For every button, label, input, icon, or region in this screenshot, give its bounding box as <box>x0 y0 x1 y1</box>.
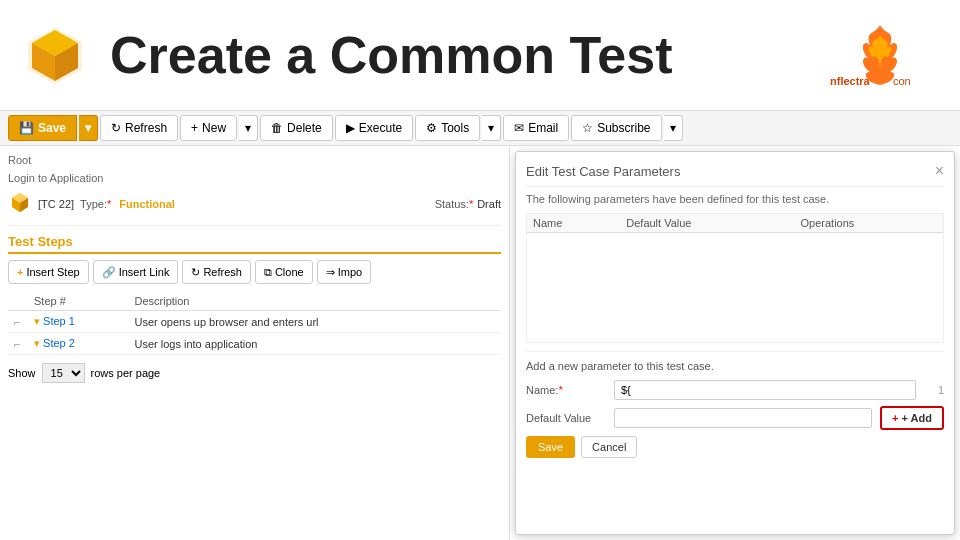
modal-cancel-button[interactable]: Cancel <box>581 436 637 458</box>
record-header: [TC 22] Type: Functional Status: Draft <box>8 190 501 226</box>
parent-record: Login to Application <box>8 172 501 184</box>
save-dropdown-button[interactable]: ▾ <box>79 115 98 141</box>
name-input[interactable] <box>614 380 916 400</box>
col-name: Name <box>527 214 620 233</box>
record-id: [TC 22] <box>38 198 74 210</box>
clone-button[interactable]: ⧉ Clone <box>255 260 313 284</box>
corner-icon: ⌐ <box>14 316 20 328</box>
row-desc-1: User opens up browser and enters url <box>128 311 501 333</box>
test-steps-header: Test Steps <box>8 234 501 254</box>
default-value-input[interactable] <box>614 408 872 428</box>
insert-link-button[interactable]: 🔗 Insert Link <box>93 260 179 284</box>
col-checkbox <box>8 292 28 311</box>
step-1-link[interactable]: Step 1 <box>43 315 75 327</box>
modal-close-button[interactable]: × <box>935 162 944 180</box>
steps-table: Step # Description ⌐ ▾ Step 1 User opens… <box>8 292 501 355</box>
modal-save-button[interactable]: Save <box>526 436 575 458</box>
email-icon: ✉ <box>514 121 524 135</box>
left-panel: Root Login to Application [TC 22] Type: … <box>0 146 510 540</box>
new-button[interactable]: + New <box>180 115 237 141</box>
name-counter: 1 <box>924 384 944 396</box>
row-step-arrow-1: ▾ Step 1 <box>28 311 128 333</box>
steps-refresh-button[interactable]: ↻ Refresh <box>182 260 251 284</box>
main-toolbar: 💾 Save ▾ ↻ Refresh + New ▾ 🗑 Delete ▶ Ex… <box>0 110 960 146</box>
brand-logo: nflectra con <box>820 20 940 90</box>
tools-dropdown-button[interactable]: ▾ <box>482 115 501 141</box>
save-button[interactable]: 💾 Save <box>8 115 77 141</box>
col-step-num: Step # <box>28 292 128 311</box>
plus-icon: + <box>892 412 898 424</box>
email-button[interactable]: ✉ Email <box>503 115 569 141</box>
subscribe-button[interactable]: ☆ Subscribe <box>571 115 661 141</box>
tools-button[interactable]: ⚙ Tools <box>415 115 480 141</box>
link-icon: 🔗 <box>102 266 116 279</box>
parameters-scroll-area[interactable]: Name Default Value Operations <box>526 213 944 343</box>
modal-footer: Save Cancel <box>526 436 944 458</box>
steps-toolbar: + Insert Step 🔗 Insert Link ↻ Refresh ⧉ … <box>8 260 501 284</box>
corner-icon: ⌐ <box>14 338 20 350</box>
trash-icon: 🗑 <box>271 121 283 135</box>
edit-parameters-modal: Edit Test Case Parameters × The followin… <box>515 151 955 535</box>
status-group: Status: Draft <box>435 198 501 210</box>
delete-button[interactable]: 🗑 Delete <box>260 115 333 141</box>
add-parameter-section: Add a new parameter to this test case. N… <box>526 351 944 430</box>
status-value: Draft <box>477 198 501 210</box>
app-logo <box>20 20 90 90</box>
parameters-table: Name Default Value Operations <box>527 214 943 233</box>
gear-icon: ⚙ <box>426 121 437 135</box>
import-button[interactable]: ⇒ Impo <box>317 260 371 284</box>
modal-header: Edit Test Case Parameters × <box>526 162 944 187</box>
col-description: Description <box>128 292 501 311</box>
default-value-label: Default Value <box>526 412 606 424</box>
page-title: Create a Common Test <box>110 25 673 85</box>
add-param-title: Add a new parameter to this test case. <box>526 360 944 372</box>
rows-per-page-label: rows per page <box>91 367 161 379</box>
type-value: Functional <box>119 198 175 210</box>
default-value-row: Default Value + + Add <box>526 406 944 430</box>
plus-icon: + <box>191 121 198 135</box>
table-row: ⌐ ▾ Step 2 User logs into application <box>8 333 501 355</box>
execute-button[interactable]: ▶ Execute <box>335 115 413 141</box>
col-operations: Operations <box>795 214 944 233</box>
play-icon: ▶ <box>346 121 355 135</box>
plus-icon: + <box>17 266 23 278</box>
table-row: ⌐ ▾ Step 1 User opens up browser and ent… <box>8 311 501 333</box>
record-icon <box>8 190 32 217</box>
type-group: Type: Functional <box>80 198 429 210</box>
right-panel: Edit Test Case Parameters × The followin… <box>510 146 960 540</box>
svg-text:con: con <box>893 75 911 87</box>
row-desc-2: User logs into application <box>128 333 501 355</box>
header-left: Create a Common Test <box>20 20 673 90</box>
refresh-button[interactable]: ↻ Refresh <box>100 115 178 141</box>
import-icon: ⇒ <box>326 266 335 279</box>
row-checkbox-1: ⌐ <box>8 311 28 333</box>
page-header: Create a Common Test nflectra con <box>0 0 960 110</box>
status-label: Status: <box>435 198 474 210</box>
rows-per-page-select[interactable]: 15 25 50 <box>42 363 85 383</box>
row-step-arrow-2: ▾ Step 2 <box>28 333 128 355</box>
breadcrumb: Root <box>8 154 501 166</box>
main-area: Root Login to Application [TC 22] Type: … <box>0 146 960 540</box>
name-field-label: Name: <box>526 384 606 396</box>
svg-text:nflectra: nflectra <box>830 75 871 87</box>
col-default-value: Default Value <box>620 214 794 233</box>
star-icon: ☆ <box>582 121 593 135</box>
clone-icon: ⧉ <box>264 266 272 279</box>
refresh-icon: ↻ <box>191 266 200 279</box>
subscribe-dropdown-button[interactable]: ▾ <box>664 115 683 141</box>
show-label: Show <box>8 367 36 379</box>
new-dropdown-button[interactable]: ▾ <box>239 115 258 141</box>
add-parameter-button[interactable]: + + Add <box>880 406 944 430</box>
step-2-link[interactable]: Step 2 <box>43 337 75 349</box>
row-checkbox-2: ⌐ <box>8 333 28 355</box>
refresh-icon: ↻ <box>111 121 121 135</box>
modal-description: The following parameters have been defin… <box>526 193 944 205</box>
modal-title: Edit Test Case Parameters <box>526 164 680 179</box>
save-icon: 💾 <box>19 121 34 135</box>
insert-step-button[interactable]: + Insert Step <box>8 260 89 284</box>
name-row: Name: 1 <box>526 380 944 400</box>
param-form: Name: 1 Default Value + + Add <box>526 380 944 430</box>
pagination: Show 15 25 50 rows per page <box>8 363 501 383</box>
type-label: Type: <box>80 198 111 210</box>
